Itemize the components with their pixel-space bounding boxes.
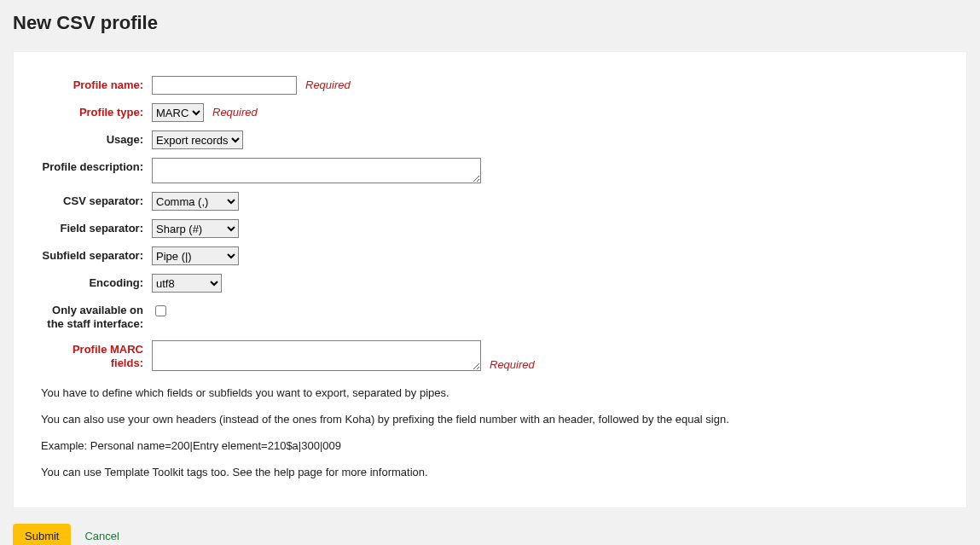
marc-fields-textarea[interactable]	[152, 340, 481, 371]
row-only-staff: Only available on the staff interface:	[41, 301, 939, 332]
required-note: Required	[490, 356, 535, 371]
help-line: You have to define which fields or subfi…	[41, 386, 939, 399]
label-only-staff: Only available on the staff interface:	[41, 301, 152, 332]
required-note: Required	[305, 76, 351, 91]
help-line: You can also use your own headers (inste…	[41, 413, 939, 426]
field-separator-select[interactable]: Sharp (#)	[152, 219, 239, 238]
profile-description-textarea[interactable]	[152, 158, 481, 183]
only-staff-checkbox[interactable]	[155, 305, 166, 316]
form-panel: Profile name: Required Profile type: MAR…	[13, 51, 967, 508]
label-usage: Usage:	[41, 130, 152, 147]
label-subfield-separator: Subfield separator:	[41, 246, 152, 263]
row-csv-separator: CSV separator: Comma (,)	[41, 192, 939, 211]
csv-separator-select[interactable]: Comma (,)	[152, 192, 239, 211]
label-field-separator: Field separator:	[41, 219, 152, 235]
row-profile-name: Profile name: Required	[41, 76, 939, 95]
label-encoding: Encoding:	[41, 274, 152, 290]
encoding-select[interactable]: utf8	[152, 274, 222, 293]
row-profile-description: Profile description:	[41, 158, 939, 183]
profile-name-input[interactable]	[152, 76, 297, 95]
row-usage: Usage: Export records	[41, 130, 939, 149]
label-marc-fields: Profile MARC fields:	[41, 340, 152, 371]
row-encoding: Encoding: utf8	[41, 274, 939, 293]
row-profile-type: Profile type: MARC Required	[41, 103, 939, 122]
page-title: New CSV profile	[13, 12, 967, 34]
required-note: Required	[212, 103, 258, 119]
row-field-separator: Field separator: Sharp (#)	[41, 219, 939, 238]
subfield-separator-select[interactable]: Pipe (|)	[152, 246, 239, 265]
help-line: You can use Template Toolkit tags too. S…	[41, 466, 939, 478]
cancel-link[interactable]: Cancel	[84, 530, 119, 542]
row-subfield-separator: Subfield separator: Pipe (|)	[41, 246, 939, 265]
row-marc-fields: Profile MARC fields: Required	[41, 340, 939, 371]
usage-select[interactable]: Export records	[152, 130, 243, 149]
profile-type-select[interactable]: MARC	[152, 103, 204, 122]
label-profile-name: Profile name:	[41, 76, 152, 92]
label-profile-description: Profile description:	[41, 158, 152, 174]
help-line: Example: Personal name=200|Entry element…	[41, 439, 939, 452]
label-csv-separator: CSV separator:	[41, 192, 152, 208]
help-block: You have to define which fields or subfi…	[41, 386, 939, 478]
submit-button[interactable]: Submit	[13, 524, 71, 546]
label-profile-type: Profile type:	[41, 103, 152, 119]
actions-bar: Submit Cancel	[13, 524, 967, 546]
